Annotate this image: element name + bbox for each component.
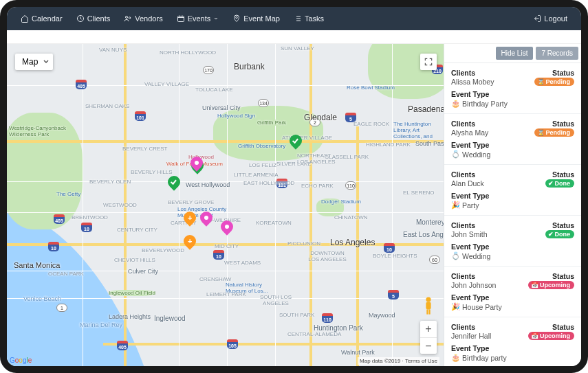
park-shape [316,199,344,216]
record-item[interactable]: ClientsAlysha MayStatus⌛PendingEvent Typ… [444,114,581,165]
map-type-control[interactable]: Map [15,54,53,70]
park-shape [213,106,323,161]
map-label: CHINATOWN [334,214,368,221]
map-type-label: Map [22,57,38,67]
calendar-icon [177,14,185,23]
nav-event-map[interactable]: Event Map [226,7,287,30]
status-badge: 📅Upcoming [528,281,574,289]
zoom-out-button[interactable]: − [420,337,437,354]
people-icon [124,14,132,23]
records-count-chip[interactable]: 7 Records [536,47,578,60]
state-shield: 110 [345,181,356,190]
map-pin-upcoming[interactable] [218,218,235,235]
record-item[interactable]: ClientsAlissa MobeyStatus⌛PendingEvent T… [444,63,581,114]
nav-clients[interactable]: Clients [69,7,118,30]
record-event-type-label: Event Type [451,293,574,302]
nav-calendar[interactable]: Calendar [14,7,69,30]
zoom-in-button[interactable]: + [420,321,437,337]
sidebar-top-controls: Hide List 7 Records [444,44,581,63]
record-event-type-label: Event Type [451,344,574,352]
status-badge: ✔Done [545,179,575,188]
record-status-label: Status [534,69,575,77]
hide-list-button[interactable]: Hide List [496,47,534,60]
svg-point-5 [426,297,431,302]
record-client-name: Alysha May [451,128,488,137]
map-label: BEVERLYWOOD [142,247,184,253]
top-navigation: Calendar Clients Vendors Events Event Ma… [7,7,581,30]
freeway [124,44,127,366]
record-clients-label: Clients [451,170,484,179]
record-event-type-label: Event Type [451,192,574,200]
record-clients-label: Clients [451,69,494,77]
map-label: BEVERLY CREST [122,146,168,152]
status-icon: ⌛ [537,129,545,136]
content: 405 405 405 10 10 10 101 101 210 5 5 110… [7,44,581,366]
map-label: KOREATOWN [256,220,292,226]
map-label: East Los Angeles [403,231,444,238]
record-client-name: John Johnson [451,281,496,289]
park-shape [368,44,444,99]
record-clients-label: Clients [451,120,488,128]
nav-calendar-label: Calendar [32,14,63,23]
pegman[interactable] [420,295,437,317]
map-pin-pending[interactable] [181,232,198,249]
freeway [309,44,312,366]
record-status-label: Status [545,170,575,179]
map-label: WESTWOOD [103,202,137,208]
record-item[interactable]: ClientsAlan DuckStatus✔DoneEvent Type🎉Pa… [444,165,581,216]
record-clients-label: Clients [451,272,496,280]
logout-icon [533,14,541,23]
map-label: Inglewood Oil Field [109,290,155,296]
chevron-down-icon [213,16,219,21]
map-label: SHERMAN OAKS [85,103,129,109]
event-type-icon: 🎂 [451,99,460,108]
svg-point-4 [236,16,238,19]
nav-vendors[interactable]: Vendors [117,7,169,30]
map-attribution: Map data ©2019 · Terms of Use [358,357,439,365]
map-label: CENTRAL-ALAMEDA [287,331,341,337]
status-badge: ⌛Pending [534,78,575,86]
map-label: BEVERLY HILLS [131,169,173,175]
map-label: Maywood [369,312,395,319]
record-status-label: Status [534,120,575,128]
map-label: LEIMERT PARK [206,291,246,297]
fullscreen-button[interactable] [420,54,437,70]
record-list[interactable]: ClientsAlissa MobeyStatus⌛PendingEvent T… [444,63,581,366]
map-label: BEVERLY GROVE [168,199,214,205]
record-event-type-label: Event Type [451,90,574,98]
map-label: BOYLE HEIGHTS [373,253,417,259]
google-logo: Google [10,357,32,364]
pegman-icon [422,296,435,315]
nav-vendors-label: Vendors [135,14,162,23]
map-label: NORTH HOLLYWOOD [160,49,216,56]
record-event-type: 💍Wedding [451,150,574,159]
hwy-shield: 5 [345,113,356,122]
nav-tasks[interactable]: Tasks [287,7,331,30]
map-pin-done[interactable] [165,173,182,190]
map-label: CENTURY CITY [117,227,157,233]
list-icon [294,14,302,23]
record-item[interactable]: ClientsJennifer HallStatus📅UpcomingEvent… [444,317,581,366]
hwy-shield: 110 [322,313,333,323]
record-item[interactable]: ClientsJohn JohnsonStatus📅UpcomingEvent … [444,267,581,317]
record-event-type: 🎂Birthday party [451,353,574,362]
map-pin-upcoming[interactable] [188,154,205,171]
map-label: VALLEY VILLAGE [144,81,189,87]
hwy-shield: 10 [213,250,224,260]
map-canvas[interactable]: 405 405 405 10 10 10 101 101 210 5 5 110… [7,44,444,366]
device-frame: Calendar Clients Vendors Events Event Ma… [0,0,588,373]
map-label: Inglewood [154,315,186,322]
svg-point-2 [129,17,131,19]
map-label: Natural History Museum of Los... [226,282,274,294]
record-item[interactable]: ClientsJohn SmithStatus✔DoneEvent Type💍W… [444,216,581,267]
nav-logout[interactable]: Logout [526,7,574,30]
record-client-name: John Smith [451,230,488,238]
map-label: LOS FELIZ [249,162,276,168]
nav-events[interactable]: Events [170,7,226,30]
map-label: BRENTWOOD [72,214,108,221]
record-event-type-label: Event Type [451,141,574,149]
status-icon: 📅 [531,282,538,289]
event-type-icon: 🎉 [451,201,460,210]
event-type-icon: 💍 [451,251,460,260]
state-shield: 60 [429,256,440,264]
